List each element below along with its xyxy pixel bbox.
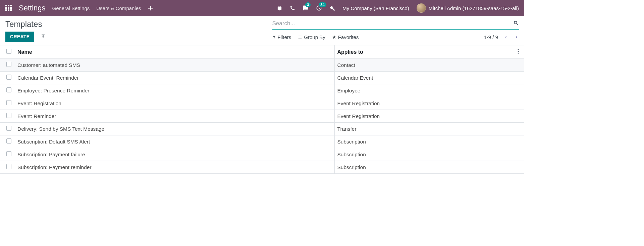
- debug-icon[interactable]: [277, 5, 282, 11]
- menu-general-settings[interactable]: General Settings: [52, 5, 90, 11]
- tools-icon[interactable]: [329, 5, 335, 11]
- row-checkbox[interactable]: [6, 62, 11, 67]
- discuss-icon[interactable]: 3: [303, 5, 309, 11]
- favorites-button[interactable]: Favorites: [332, 34, 359, 40]
- cell-empty: [512, 148, 524, 161]
- optional-columns-button[interactable]: [512, 45, 524, 59]
- cell-applies: Subscription: [334, 135, 512, 148]
- row-checkbox[interactable]: [6, 87, 11, 92]
- app-title[interactable]: Settings: [19, 4, 46, 12]
- cell-applies: Event Registration: [334, 110, 512, 123]
- groupby-button[interactable]: Group By: [298, 34, 325, 40]
- svg-point-1: [518, 51, 519, 52]
- favorites-label: Favorites: [338, 34, 359, 40]
- control-panel-right: Filters Group By Favorites 1-9 / 9: [272, 19, 519, 40]
- user-menu[interactable]: Mitchell Admin (16271859-saas-15-2-all): [417, 3, 519, 13]
- search-bar: [272, 19, 519, 30]
- cell-empty: [512, 135, 524, 148]
- cell-applies: Event Registration: [334, 97, 512, 110]
- activity-icon[interactable]: 34: [316, 5, 322, 11]
- apps-icon[interactable]: [5, 5, 12, 11]
- cell-name: Event: Reminder: [15, 110, 334, 123]
- select-all-checkbox[interactable]: [6, 49, 11, 54]
- cell-empty: [512, 59, 524, 72]
- cell-empty: [512, 123, 524, 135]
- pager-next[interactable]: [514, 35, 519, 40]
- import-icon[interactable]: [41, 34, 46, 40]
- col-name[interactable]: Name: [15, 45, 334, 59]
- cell-name: Customer: automated SMS: [15, 59, 334, 72]
- cell-name: Subscription: Payment reminder: [15, 161, 334, 174]
- table-row[interactable]: Subscription: Payment failureSubscriptio…: [0, 148, 524, 161]
- table-row[interactable]: Subscription: Payment reminderSubscripti…: [0, 161, 524, 174]
- cell-empty: [512, 72, 524, 84]
- cell-empty: [512, 84, 524, 97]
- table-row[interactable]: Customer: automated SMSContact: [0, 59, 524, 72]
- table-row[interactable]: Employee: Presence ReminderEmployee: [0, 84, 524, 97]
- cell-applies: Subscription: [334, 148, 512, 161]
- svg-point-0: [518, 49, 519, 50]
- avatar: [417, 3, 426, 13]
- search-input[interactable]: [272, 19, 514, 28]
- groupby-label: Group By: [304, 34, 325, 40]
- company-switcher[interactable]: My Company (San Francisco): [342, 5, 409, 11]
- discuss-badge: 3: [305, 2, 311, 7]
- main-navbar: Settings General Settings Users & Compan…: [0, 0, 524, 16]
- menu-users-companies[interactable]: Users & Companies: [96, 5, 141, 11]
- cell-empty: [512, 161, 524, 174]
- templates-table: Name Applies to Customer: automated SMSC…: [0, 45, 524, 174]
- filters-button[interactable]: Filters: [272, 34, 291, 40]
- row-checkbox[interactable]: [6, 164, 11, 169]
- cell-applies: Calendar Event: [334, 72, 512, 84]
- cell-name: Subscription: Payment failure: [15, 148, 334, 161]
- svg-point-2: [518, 52, 519, 53]
- filters-label: Filters: [278, 34, 291, 40]
- cell-name: Event: Registration: [15, 97, 334, 110]
- cell-name: Employee: Presence Reminder: [15, 84, 334, 97]
- create-button[interactable]: CREATE: [5, 32, 34, 42]
- cell-empty: [512, 97, 524, 110]
- table-row[interactable]: Event: RegistrationEvent Registration: [0, 97, 524, 110]
- control-panel: Templates CREATE Filters Group By: [0, 16, 524, 42]
- row-checkbox[interactable]: [6, 113, 11, 118]
- table-row[interactable]: Calendar Event: ReminderCalendar Event: [0, 72, 524, 84]
- cell-applies: Transfer: [334, 123, 512, 135]
- user-name: Mitchell Admin (16271859-saas-15-2-all): [429, 5, 519, 11]
- table-row[interactable]: Delivery: Send by SMS Text MessageTransf…: [0, 123, 524, 135]
- cell-name: Delivery: Send by SMS Text Message: [15, 123, 334, 135]
- cell-applies: Contact: [334, 59, 512, 72]
- nav-left: Settings General Settings Users & Compan…: [5, 4, 153, 12]
- search-controls: Filters Group By Favorites 1-9 / 9: [272, 34, 519, 40]
- plus-icon[interactable]: [148, 6, 153, 11]
- nav-right: 3 34 My Company (San Francisco) Mitchell…: [277, 3, 519, 13]
- row-checkbox[interactable]: [6, 126, 11, 131]
- cell-name: Calendar Event: Reminder: [15, 72, 334, 84]
- pager-prev[interactable]: [503, 35, 508, 40]
- table-row[interactable]: Event: ReminderEvent Registration: [0, 110, 524, 123]
- row-checkbox[interactable]: [6, 138, 11, 144]
- cell-empty: [512, 110, 524, 123]
- table-row[interactable]: Subscription: Default SMS AlertSubscript…: [0, 135, 524, 148]
- pager-value[interactable]: 1-9 / 9: [484, 34, 498, 40]
- pager: 1-9 / 9: [484, 34, 519, 40]
- cell-applies: Subscription: [334, 161, 512, 174]
- row-checkbox[interactable]: [6, 100, 11, 105]
- col-applies[interactable]: Applies to: [334, 45, 512, 59]
- row-checkbox[interactable]: [6, 75, 11, 80]
- control-panel-left: Templates CREATE: [5, 19, 262, 42]
- row-checkbox[interactable]: [6, 151, 11, 156]
- breadcrumb: Templates: [5, 19, 262, 29]
- phone-icon[interactable]: [290, 5, 295, 11]
- cell-name: Subscription: Default SMS Alert: [15, 135, 334, 148]
- search-icon[interactable]: [513, 20, 519, 27]
- activity-badge: 34: [319, 2, 326, 7]
- cell-applies: Employee: [334, 84, 512, 97]
